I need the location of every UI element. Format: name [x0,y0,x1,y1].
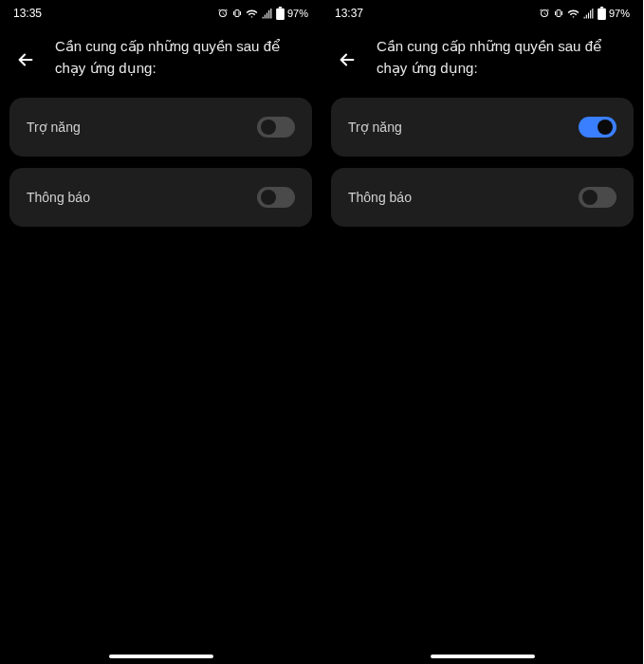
status-bar: 13:35 97% [0,0,322,27]
wifi-icon [567,8,580,20]
phone-screen-right: 13:37 97% Cần cung cấp những quyền sau đ… [322,0,643,664]
battery-percent: 97% [287,8,308,19]
header: Cần cung cấp những quyền sau để chạy ứng… [322,27,643,98]
setting-notification[interactable]: Thông báo [331,168,634,227]
toggle-notification[interactable] [257,187,295,208]
nav-bar-handle[interactable] [109,655,213,658]
page-title: Cần cung cấp những quyền sau để chạy ứng… [377,36,628,79]
setting-accessibility[interactable]: Trợ năng [9,98,312,157]
toggle-accessibility[interactable] [579,117,616,138]
svg-rect-0 [235,10,239,17]
settings-list: Trợ năng Thông báo [0,98,322,227]
header: Cần cung cấp những quyền sau để chạy ứng… [0,27,322,98]
battery-icon [276,7,285,20]
back-button[interactable] [337,49,358,74]
signal-icon [582,8,595,20]
setting-label: Trợ năng [348,120,402,135]
svg-rect-1 [276,9,285,20]
battery-percent: 97% [609,8,630,19]
status-time: 13:37 [335,7,363,20]
svg-rect-3 [557,10,561,17]
toggle-notification[interactable] [579,187,616,208]
toggle-knob [261,190,276,205]
wifi-icon [246,8,258,20]
setting-label: Trợ năng [27,120,81,135]
phone-screen-left: 13:35 97% Cần cung cấp những quyền sau đ… [0,0,322,664]
toggle-knob [261,120,276,135]
toggle-knob [582,190,598,205]
status-bar: 13:37 97% [322,0,643,27]
status-time: 13:35 [13,7,42,20]
svg-rect-5 [600,7,604,9]
setting-label: Thông báo [27,190,90,205]
setting-notification[interactable]: Thông báo [9,168,312,227]
vibrate-icon [553,8,564,19]
status-icons: 97% [217,7,308,20]
svg-rect-4 [598,9,606,20]
page-title: Cần cung cấp những quyền sau để chạy ứng… [55,36,306,79]
status-icons: 97% [539,7,630,20]
back-button[interactable] [15,49,36,74]
svg-rect-2 [279,7,283,9]
toggle-knob [598,120,613,135]
alarm-icon [217,8,229,19]
vibrate-icon [231,8,243,19]
setting-accessibility[interactable]: Trợ năng [331,98,634,157]
battery-icon [598,7,606,20]
setting-label: Thông báo [348,190,412,205]
toggle-accessibility[interactable] [257,117,295,138]
alarm-icon [539,8,550,19]
signal-icon [261,8,273,20]
nav-bar-handle[interactable] [431,655,535,658]
settings-list: Trợ năng Thông báo [322,98,643,227]
